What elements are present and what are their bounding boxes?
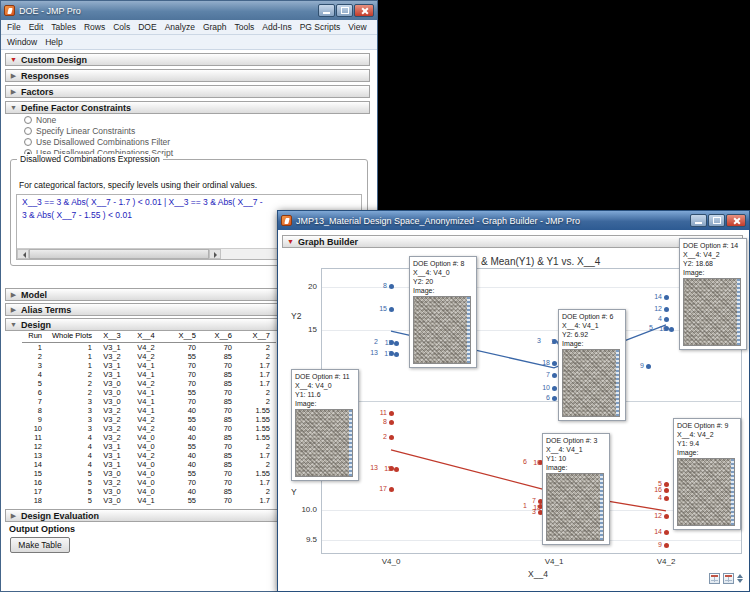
- doe-titlebar[interactable]: DOE - JMP Pro: [1, 1, 377, 20]
- hover-label-line: Image:: [413, 286, 473, 295]
- design-run-row: 11V3_1V4_270702: [22, 343, 276, 353]
- menu-graph[interactable]: Graph: [199, 22, 231, 32]
- design-cell: V4_2: [132, 415, 166, 424]
- menu-analyze[interactable]: Analyze: [161, 22, 199, 32]
- scrollbar-thumb[interactable]: [29, 249, 209, 259]
- design-cell: 4: [48, 433, 98, 442]
- data-point-y1-5[interactable]: [664, 482, 669, 487]
- gridline: [322, 540, 741, 541]
- hover-label-line: Y1: 10: [546, 454, 606, 463]
- y-tick-label: 15: [287, 325, 317, 334]
- datatable-shortcut-icon-2[interactable]: [723, 573, 734, 584]
- design-run-row: 155V3_0V4_055701.55: [22, 469, 276, 478]
- outline-graph-builder[interactable]: Graph Builder: [282, 235, 743, 248]
- menu-tools[interactable]: Tools: [231, 22, 259, 32]
- design-cell: V4_0: [132, 433, 166, 442]
- data-point-label: 15: [366, 465, 392, 473]
- data-point-y2-6[interactable]: [552, 396, 557, 401]
- outline-responses[interactable]: Responses: [5, 69, 370, 82]
- close-button[interactable]: [354, 4, 374, 17]
- minimize-button[interactable]: [318, 4, 335, 17]
- radio-icon[interactable]: [24, 127, 32, 135]
- data-point-y2-8[interactable]: [389, 284, 394, 289]
- design-cell: V4_1: [132, 397, 166, 406]
- y-tick-label: 20: [287, 282, 317, 291]
- outline-define-factor-constraints[interactable]: Define Factor Constraints: [5, 101, 370, 114]
- pinned-hover-label[interactable]: DOE Option #: 3X__4: V4_1Y1: 10Image:: [542, 433, 610, 545]
- menu-doe[interactable]: DOE: [134, 22, 160, 32]
- data-point-y1-2[interactable]: [389, 435, 394, 440]
- design-run-row: 21V3_2V4_255852: [22, 352, 276, 361]
- design-cell: 2: [48, 388, 98, 397]
- design-cell: V4_2: [132, 343, 166, 353]
- collapsed-triangle-icon[interactable]: [9, 71, 18, 80]
- data-point-y1-9[interactable]: [664, 543, 669, 548]
- radio-icon[interactable]: [24, 116, 32, 124]
- data-point-y2-4[interactable]: [664, 317, 669, 322]
- design-cell: V3_0: [98, 388, 132, 397]
- design-cell: 12: [22, 442, 48, 451]
- data-point-y1-8[interactable]: [389, 420, 394, 425]
- menu-cols[interactable]: Cols: [109, 22, 134, 32]
- menu-help[interactable]: Help: [41, 37, 66, 47]
- material-texture-image: [677, 458, 735, 526]
- red-triangle-menu-icon[interactable]: [9, 55, 18, 64]
- material-texture-image: [562, 349, 620, 417]
- design-cell: 70: [202, 442, 238, 451]
- menu-edit[interactable]: Edit: [25, 22, 48, 32]
- menu-tables[interactable]: Tables: [47, 22, 80, 32]
- x-axis-label: X__4: [518, 569, 558, 579]
- doe-window-title: DOE - JMP Pro: [19, 6, 318, 16]
- pinned-hover-label[interactable]: DOE Option #: 14X__4: V4_2Y2: 18.68Image…: [679, 238, 747, 350]
- design-cell: V3_2: [98, 352, 132, 361]
- updown-arrows-icon[interactable]: [737, 571, 743, 586]
- radio-option-specify-linear-constraints[interactable]: Specify Linear Constraints: [24, 125, 135, 136]
- hover-label-line: Image:: [546, 463, 606, 472]
- design-cell: 15: [22, 469, 48, 478]
- expanded-triangle-icon[interactable]: [9, 320, 18, 329]
- collapsed-triangle-icon[interactable]: [9, 305, 18, 314]
- make-table-button[interactable]: Make Table: [10, 537, 70, 553]
- menu-view[interactable]: View: [344, 22, 370, 32]
- menu-rows[interactable]: Rows: [80, 22, 109, 32]
- radio-option-none[interactable]: None: [24, 114, 56, 125]
- menu-pg-scripts[interactable]: PG Scripts: [296, 22, 345, 32]
- material-texture-image: [295, 409, 353, 477]
- chart-title: & Mean(Y1) & Y1 vs. X__4: [481, 256, 600, 267]
- design-cell: V3_2: [98, 406, 132, 415]
- doe-menubar-1: FileEditTablesRowsColsDOEAnalyzeGraphToo…: [1, 20, 377, 35]
- pinned-hover-label[interactable]: DOE Option #: 9X__4: V4_2Y1: 9.4Image:: [673, 418, 741, 530]
- menu-file[interactable]: File: [3, 22, 25, 32]
- design-cell: 10: [22, 424, 48, 433]
- data-point-y2-16[interactable]: [669, 327, 674, 332]
- design-cell: 85: [202, 397, 238, 406]
- maximize-button[interactable]: [336, 4, 353, 17]
- data-point-y2-18[interactable]: [552, 361, 557, 366]
- pinned-hover-label[interactable]: DOE Option #: 6X__4: V4_1Y2: 6.92Image:: [558, 309, 626, 421]
- design-cell: 40: [166, 460, 202, 469]
- data-point-y1-11[interactable]: [389, 411, 394, 416]
- data-point-y2-11[interactable]: [394, 341, 399, 346]
- radio-icon[interactable]: [24, 138, 32, 146]
- expanded-triangle-icon[interactable]: [9, 103, 18, 112]
- radio-option-use-disallowed-combinations-filter[interactable]: Use Disallowed Combinations Filter: [24, 136, 170, 147]
- data-point-y1-14[interactable]: [664, 530, 669, 535]
- collapsed-triangle-icon[interactable]: [9, 87, 18, 96]
- outline-custom-design[interactable]: Custom Design: [5, 53, 370, 66]
- collapsed-triangle-icon[interactable]: [9, 290, 18, 299]
- pinned-hover-label[interactable]: DOE Option #: 8X__4: V4_0Y2: 20Image:: [409, 256, 477, 368]
- scroll-left-icon[interactable]: [17, 249, 29, 259]
- pinned-hover-label[interactable]: DOE Option #: 11X__4: V4_0Y1: 11.6Image:: [291, 369, 359, 481]
- red-triangle-menu-icon[interactable]: [286, 237, 295, 246]
- graph-builder-window: JMP13_Material Design Space_Anonymized -…: [277, 210, 750, 592]
- column-header-x-6: X__6: [202, 331, 238, 343]
- data-point-y2-10[interactable]: [552, 386, 557, 391]
- menu-window[interactable]: Window: [3, 37, 41, 47]
- menu-add-ins[interactable]: Add-Ins: [258, 22, 295, 32]
- datatable-shortcut-icon[interactable]: [709, 573, 720, 584]
- design-cell: V3_0: [98, 469, 132, 478]
- outline-factors[interactable]: Factors: [5, 85, 370, 98]
- collapsed-triangle-icon[interactable]: [9, 511, 18, 520]
- scroll-right-icon[interactable]: [209, 249, 221, 259]
- design-run-row: 73V3_0V4_170852: [22, 397, 276, 406]
